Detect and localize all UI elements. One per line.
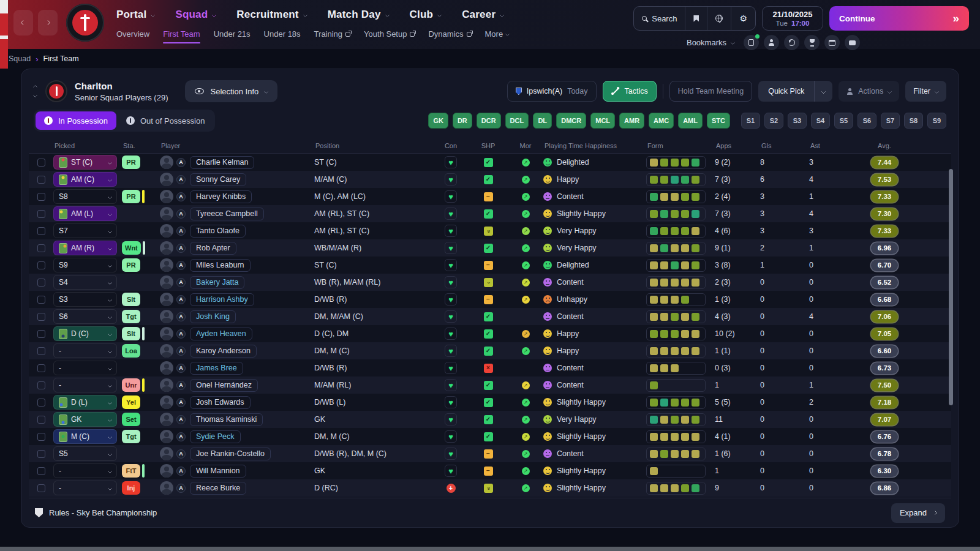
slot-chip-s7[interactable]: S7 (881, 113, 900, 129)
player-name-link[interactable]: Ayden Heaven (190, 328, 252, 340)
out-of-possession-tab[interactable]: Out of Possession (118, 111, 214, 130)
table-row[interactable]: S4ABakery JattaWB (R), M/AM (RL)♥›↗Conte… (29, 274, 951, 291)
profile-card-button[interactable] (744, 35, 759, 50)
player-report-icon[interactable]: A (176, 449, 186, 459)
player-report-icon[interactable]: A (176, 484, 186, 493)
player-report-icon[interactable]: A (176, 347, 186, 356)
picked-position-dropdown[interactable]: - (53, 463, 117, 478)
table-row[interactable]: -FtTAWill MannionGK♥−↗Slightly Happy1006… (29, 462, 951, 479)
player-photo[interactable] (160, 361, 173, 375)
player-photo[interactable] (160, 395, 173, 409)
position-chip-dcl[interactable]: DCL (505, 113, 529, 129)
player-name-link[interactable]: Sydie Peck (190, 430, 241, 443)
table-row[interactable]: GKSetAThomas KaminskiGK♥✓↗Very Happy1100… (29, 411, 951, 428)
picked-position-dropdown[interactable]: AM (L) (53, 206, 117, 221)
table-row[interactable]: D (L)YelAJosh EdwardsD/WB (L)♥✓↗Slightly… (29, 394, 951, 411)
picked-position-dropdown[interactable]: S4 (53, 275, 117, 290)
player-name-link[interactable]: Reece Burke (190, 482, 246, 495)
history-forward-button[interactable] (38, 10, 58, 36)
history-back-button[interactable] (13, 10, 33, 36)
player-report-icon[interactable]: A (176, 227, 186, 236)
table-row[interactable]: M (C)TgtASydie PeckDM, M (C)♥✓↗Slightly … (29, 428, 951, 445)
player-photo[interactable] (160, 190, 173, 203)
player-report-icon[interactable]: A (176, 295, 186, 304)
scouting-button[interactable] (764, 35, 779, 50)
row-checkbox[interactable] (37, 296, 45, 304)
continue-button[interactable]: Continue » (829, 6, 969, 31)
player-photo[interactable] (160, 156, 173, 169)
player-name-link[interactable]: Will Mannion (190, 465, 246, 478)
nav-item-squad[interactable]: Squad (175, 9, 216, 21)
settings-button[interactable]: ⚙ (731, 7, 755, 30)
picked-position-dropdown[interactable]: D (L) (53, 395, 117, 410)
picked-position-dropdown[interactable]: - (53, 378, 117, 392)
picked-position-dropdown[interactable]: - (53, 343, 117, 358)
position-chip-dmcr[interactable]: DMCR (556, 113, 586, 129)
player-name-link[interactable]: Joe Rankin-Costello (190, 448, 271, 460)
nav-item-career[interactable]: Career (462, 9, 503, 21)
table-row[interactable]: -InjAReece BurkeD (RC)+»↗Slightly Happy9… (29, 479, 951, 497)
subnav-item-youth-setup[interactable]: Youth Setup (364, 29, 415, 42)
row-checkbox[interactable] (37, 381, 45, 389)
row-checkbox[interactable] (37, 227, 45, 235)
nav-item-recruitment[interactable]: Recruitment (236, 9, 306, 21)
picked-position-dropdown[interactable]: S7 (53, 223, 117, 238)
player-photo[interactable] (160, 276, 173, 289)
player-report-icon[interactable]: A (176, 329, 186, 339)
player-name-link[interactable]: Thomas Kaminski (190, 413, 263, 426)
quick-pick-button[interactable]: Quick Pick (758, 81, 814, 102)
slot-chip-s5[interactable]: S5 (834, 113, 853, 129)
quick-pick-dropdown[interactable] (814, 81, 832, 102)
player-photo[interactable] (160, 310, 173, 323)
player-report-icon[interactable]: A (176, 244, 186, 253)
next-fixture-button[interactable]: Ipswich(A) Today (507, 81, 597, 102)
bookmarks-dropdown[interactable]: Bookmarks (687, 38, 734, 47)
table-row[interactable]: S6TgtAJosh KingDM, M/AM (C)♥✓Content4 (3… (29, 308, 951, 325)
row-checkbox[interactable] (37, 364, 45, 372)
row-checkbox[interactable] (37, 176, 45, 184)
position-chip-amr[interactable]: AMR (619, 113, 644, 129)
table-row[interactable]: AM (L)ATyreece CampbellAM (RL), ST (C)♥✓… (29, 205, 951, 222)
row-checkbox[interactable] (37, 416, 45, 424)
row-checkbox[interactable] (37, 193, 45, 201)
player-name-link[interactable]: Harvey Knibbs (190, 190, 252, 203)
picked-position-dropdown[interactable]: AM (R) (53, 241, 117, 255)
tactics-button[interactable]: Tactics (603, 81, 657, 102)
player-photo[interactable] (160, 258, 173, 272)
collapse-controls[interactable] (34, 86, 37, 97)
table-scrollbar[interactable] (949, 169, 953, 405)
row-checkbox[interactable] (37, 159, 45, 167)
table-row[interactable]: AM (C)ASonny CareyM/AM (C)♥✓↗Happy7 (3)6… (29, 171, 951, 188)
subnav-item-overview[interactable]: Overview (116, 29, 149, 42)
table-row[interactable]: -LoaAKaroy AndersonDM, M (C)♥✓↗Happy1 (1… (29, 342, 951, 359)
position-chip-gk[interactable]: GK (428, 113, 448, 129)
player-report-icon[interactable]: A (176, 278, 186, 287)
table-row[interactable]: -AJames BreeD/WB (R)♥×Content0 (3)006.73 (29, 359, 951, 377)
player-name-link[interactable]: Onel Hernández (190, 379, 258, 392)
position-chip-amc[interactable]: AMC (649, 113, 674, 129)
subnav-item-training[interactable]: Training (314, 29, 350, 42)
player-report-icon[interactable]: A (176, 261, 186, 270)
slot-chip-s9[interactable]: S9 (927, 113, 946, 129)
slot-chip-s3[interactable]: S3 (788, 113, 807, 129)
player-report-icon[interactable]: A (176, 209, 186, 219)
player-name-link[interactable]: Josh Edwards (190, 396, 251, 409)
filter-dropdown[interactable]: Filter (905, 81, 946, 102)
player-report-icon[interactable]: A (176, 381, 186, 390)
position-chip-dcr[interactable]: DCR (477, 113, 501, 129)
position-chip-aml[interactable]: AML (678, 113, 703, 129)
position-chip-mcl[interactable]: MCL (590, 113, 615, 129)
player-name-link[interactable]: Tanto Olaofe (190, 225, 246, 238)
player-photo[interactable] (160, 173, 173, 186)
bookmark-button[interactable] (685, 7, 707, 30)
slot-chip-s4[interactable]: S4 (811, 113, 830, 129)
row-checkbox[interactable] (37, 261, 45, 269)
row-checkbox[interactable] (37, 210, 45, 218)
row-checkbox[interactable] (37, 330, 45, 338)
picked-position-dropdown[interactable]: S9 (53, 258, 117, 272)
player-name-link[interactable]: Tyreece Campbell (190, 208, 264, 220)
player-photo[interactable] (160, 464, 173, 478)
player-report-icon[interactable]: A (176, 415, 186, 424)
row-checkbox[interactable] (37, 244, 45, 252)
player-photo[interactable] (160, 327, 173, 340)
